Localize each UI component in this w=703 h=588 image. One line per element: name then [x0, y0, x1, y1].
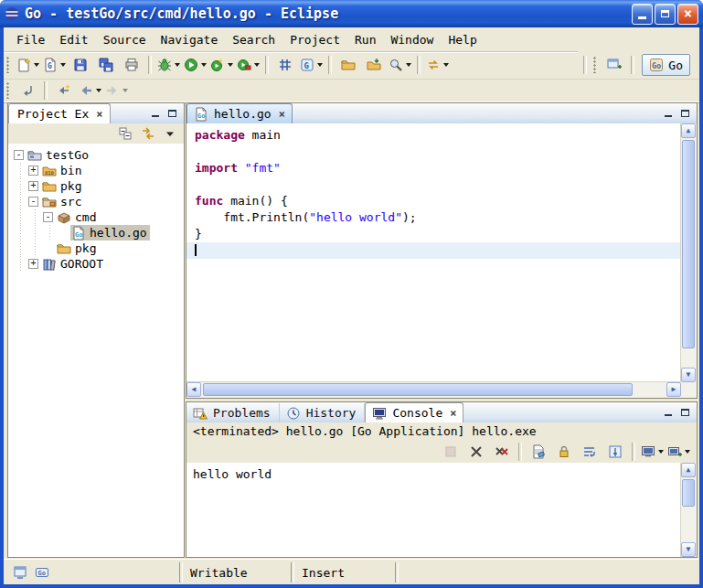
new-go-element-button[interactable]: G: [298, 54, 325, 76]
close-button[interactable]: ×: [677, 4, 698, 25]
dropdown-arrow-icon[interactable]: [406, 63, 411, 67]
minimize-view-button[interactable]: [147, 106, 164, 121]
tree-item-goroot[interactable]: +GOROOT: [8, 256, 184, 272]
expand-icon[interactable]: +: [28, 259, 38, 269]
tree-item-pkg[interactable]: pkg: [8, 241, 184, 256]
last-edit-location-button[interactable]: [51, 80, 77, 102]
maximize-button[interactable]: [655, 4, 676, 25]
toolbar-grip[interactable]: [6, 57, 10, 73]
collapse-icon[interactable]: -: [14, 150, 24, 160]
perspective-go-button[interactable]: GoGo: [642, 54, 690, 76]
tree-item-cmd[interactable]: -cmd: [8, 209, 184, 225]
back-button[interactable]: [77, 80, 103, 102]
close-icon[interactable]: ×: [96, 109, 102, 120]
code-line-2[interactable]: [186, 144, 681, 160]
expand-icon[interactable]: +: [28, 181, 38, 191]
scroll-up-button[interactable]: ▲: [681, 123, 696, 138]
collapse-all-button[interactable]: [115, 124, 137, 143]
minimize-view-button[interactable]: [660, 405, 676, 420]
clear-console-button[interactable]: [526, 441, 551, 463]
code-line-1[interactable]: package main: [186, 127, 681, 144]
scroll-down-button[interactable]: ▼: [681, 368, 696, 382]
code-line-7[interactable]: }: [186, 226, 681, 242]
tree-item-pkg[interactable]: +pkg: [8, 178, 184, 194]
pin-console-button[interactable]: [602, 441, 628, 463]
dropdown-arrow-icon[interactable]: [443, 63, 449, 67]
open-console-button[interactable]: [666, 441, 692, 463]
console-output[interactable]: hello world: [186, 463, 681, 557]
save-button[interactable]: [68, 54, 93, 76]
tree-item-src[interactable]: -src: [8, 194, 184, 209]
code-line-6[interactable]: fmt.Println("hello world");: [186, 209, 681, 226]
dropdown-arrow-icon[interactable]: [254, 63, 260, 67]
toolbar-grip[interactable]: [593, 57, 597, 73]
new-go-file-button[interactable]: G: [41, 54, 68, 76]
open-plugin-button[interactable]: [336, 54, 361, 76]
view-menu-button[interactable]: [159, 124, 181, 143]
new-go-package-button[interactable]: [272, 54, 298, 76]
menu-window[interactable]: Window: [383, 31, 441, 48]
code-line-4[interactable]: [186, 176, 681, 193]
scroll-right-button[interactable]: ▶: [666, 382, 681, 397]
tree-item-hello-go[interactable]: Gohello.go: [8, 225, 184, 241]
menu-file[interactable]: File: [9, 31, 52, 48]
dropdown-arrow-icon[interactable]: [317, 63, 323, 67]
dropdown-arrow-icon[interactable]: [96, 89, 101, 92]
scroll-down-button[interactable]: ▼: [681, 542, 696, 557]
open-perspective-button[interactable]: [602, 54, 627, 76]
eclipse-logo-icon[interactable]: [5, 6, 19, 21]
search-button[interactable]: [387, 54, 413, 76]
run-button[interactable]: [182, 54, 208, 76]
display-selected-console-button[interactable]: [639, 441, 666, 463]
menu-search[interactable]: Search: [225, 31, 282, 48]
code-line-3[interactable]: import "fmt": [186, 160, 681, 176]
code-line-8[interactable]: [186, 242, 681, 259]
tree-item-bin[interactable]: +010bin: [8, 163, 184, 178]
menu-run[interactable]: Run: [347, 31, 383, 48]
dropdown-arrow-icon[interactable]: [175, 63, 180, 67]
collapse-icon[interactable]: -: [28, 197, 38, 207]
dropdown-arrow-icon[interactable]: [201, 63, 207, 67]
run-last-button[interactable]: [208, 54, 235, 76]
scrollbar-thumb[interactable]: [203, 383, 633, 396]
tab-history[interactable]: History: [280, 403, 366, 422]
menu-navigate[interactable]: Navigate: [154, 31, 226, 48]
fast-view-button[interactable]: [11, 564, 29, 581]
terminate-button[interactable]: [438, 441, 463, 463]
console-vertical-scrollbar[interactable]: ▲ ▼: [680, 463, 697, 557]
menu-edit[interactable]: Edit: [52, 31, 95, 48]
titlebar[interactable]: Go - testGo/src/cmd/hello.go - Eclipse ×: [0, 0, 703, 27]
dropdown-arrow-icon[interactable]: [122, 89, 128, 92]
tree-item-testgo[interactable]: -testGo: [8, 147, 184, 163]
close-icon[interactable]: ×: [450, 408, 456, 419]
scroll-up-button[interactable]: ▲: [681, 463, 696, 477]
scroll-left-button[interactable]: ◀: [186, 382, 201, 397]
synchronize-button[interactable]: [424, 54, 451, 76]
debug-button[interactable]: [155, 54, 182, 76]
dropdown-arrow-icon[interactable]: [658, 450, 664, 454]
menu-project[interactable]: Project: [282, 31, 347, 48]
open-resource-button[interactable]: [361, 54, 387, 76]
code-line-5[interactable]: func main() {: [186, 193, 681, 209]
new-wizard-button[interactable]: [15, 54, 41, 76]
link-with-editor-button[interactable]: [137, 124, 159, 143]
tab-console[interactable]: Console×: [365, 402, 463, 422]
scrollbar-thumb[interactable]: [682, 140, 695, 348]
maximize-view-button[interactable]: [676, 106, 693, 121]
minimize-view-button[interactable]: [660, 106, 676, 121]
next-annotation-button[interactable]: [15, 80, 40, 102]
remove-launch-button[interactable]: [463, 441, 489, 463]
dropdown-arrow-icon[interactable]: [60, 63, 66, 67]
toolbar-grip[interactable]: [6, 82, 10, 99]
code-editor[interactable]: package mainimport "fmt"func main() { fm…: [186, 123, 681, 382]
tab-problems[interactable]: Problems: [186, 403, 280, 422]
maximize-view-button[interactable]: [676, 405, 693, 420]
external-tools-button[interactable]: [235, 54, 261, 76]
expand-icon[interactable]: +: [28, 166, 38, 176]
dropdown-arrow-icon[interactable]: [228, 63, 233, 67]
scrollbar-thumb[interactable]: [682, 479, 695, 507]
go-launch-button[interactable]: Go: [33, 564, 51, 581]
dropdown-arrow-icon[interactable]: [34, 63, 39, 67]
dropdown-arrow-icon[interactable]: [685, 450, 690, 454]
menu-help[interactable]: Help: [441, 31, 484, 48]
